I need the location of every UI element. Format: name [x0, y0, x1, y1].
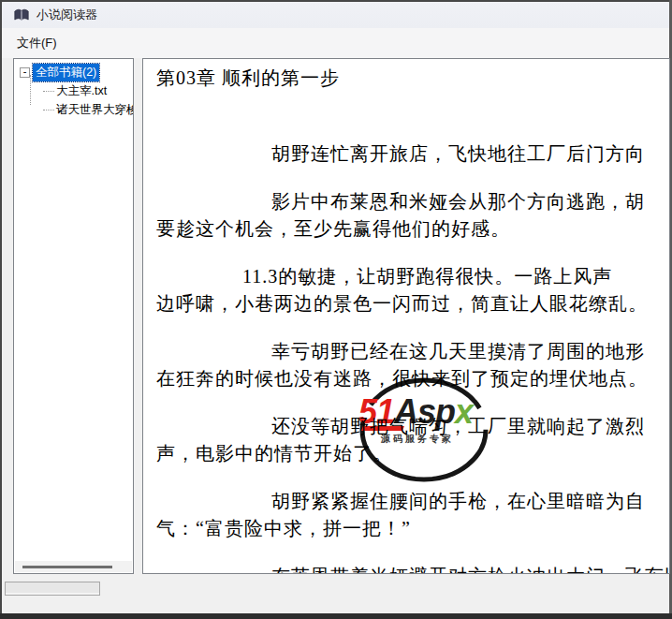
menu-file[interactable]: 文件(F): [7, 30, 66, 56]
window-title: 小说阅读器: [37, 7, 97, 23]
novel-text-line: 影片中布莱恩和米娅会从那个方向逃跑，胡: [156, 188, 669, 215]
menubar: 文件(F): [2, 28, 669, 58]
tree-book-item[interactable]: 诸天世界大穿梭.t: [43, 102, 134, 118]
window-border-left: [0, 0, 2, 619]
novel-reader-window: { "window": { "title": "小说阅读器" }, "menub…: [0, 0, 672, 619]
book-icon: [13, 8, 30, 22]
tree-book-item[interactable]: 大主宰.txt: [43, 83, 107, 99]
tree-collapse-icon[interactable]: -: [20, 67, 30, 78]
novel-text-line: 要趁这个机会，至少先赢得他们的好感。: [156, 215, 669, 243]
tree-hscrollbar-thumb[interactable]: [22, 566, 112, 568]
tree-hscrollbar[interactable]: [15, 561, 132, 572]
tree-book-label[interactable]: 大主宰.txt: [56, 83, 107, 99]
tree-book-label[interactable]: 诸天世界大穿梭.t: [56, 102, 134, 118]
novel-text-line: 11.3的敏捷，让胡野跑得很快。一路上风声: [156, 263, 669, 290]
tree-root-row[interactable]: - 全部书籍(2): [20, 64, 99, 81]
novel-text-line: 声，电影中的情节开始了。: [156, 440, 669, 467]
novel-text-line: 气：“富贵险中求，拼一把！”: [156, 515, 669, 542]
tree-twig: [43, 110, 54, 111]
novel-text-line: 还没等胡野把气喘匀，工厂里就响起了激烈: [156, 413, 669, 440]
novel-text-line: 第03章 顺利的第一步: [156, 65, 669, 92]
novel-text-line: 幸亏胡野已经在这几天里摸清了周围的地形: [156, 338, 669, 365]
novel-text-line: 边呼啸，小巷两边的景色一闪而过，简直让人眼花缭乱。: [156, 290, 669, 317]
titlebar: 小说阅读器: [2, 2, 669, 28]
reader-panel: 51Aspx 源码服务专家 第03章 顺利的第一步胡野连忙离开旅店，飞快地往工厂…: [142, 58, 670, 574]
tree-twig: [43, 91, 54, 92]
window-hscrollbar-thumb[interactable]: [5, 582, 100, 596]
novel-text-line: 布莱恩带着米娅避开对方枪火冲出大门，飞车比赛: [156, 563, 669, 574]
book-tree-panel: - 全部书籍(2) 大主宰.txt 诸天世界大穿梭.t: [13, 58, 134, 574]
novel-text-line: 胡野连忙离开旅店，飞快地往工厂后门方向: [156, 140, 669, 168]
tree-root-all-books[interactable]: 全部书籍(2): [33, 64, 99, 81]
window-border-bottom: [0, 613, 672, 619]
novel-text-line: 在狂奔的时候也没有迷路，很快来到了预定的埋伏地点。: [156, 365, 669, 392]
novel-text[interactable]: 第03章 顺利的第一步胡野连忙离开旅店，飞快地往工厂后门方向影片中布莱恩和米娅会…: [143, 59, 669, 574]
novel-text-line: 胡野紧紧握住腰间的手枪，在心里暗暗为自: [156, 488, 669, 515]
